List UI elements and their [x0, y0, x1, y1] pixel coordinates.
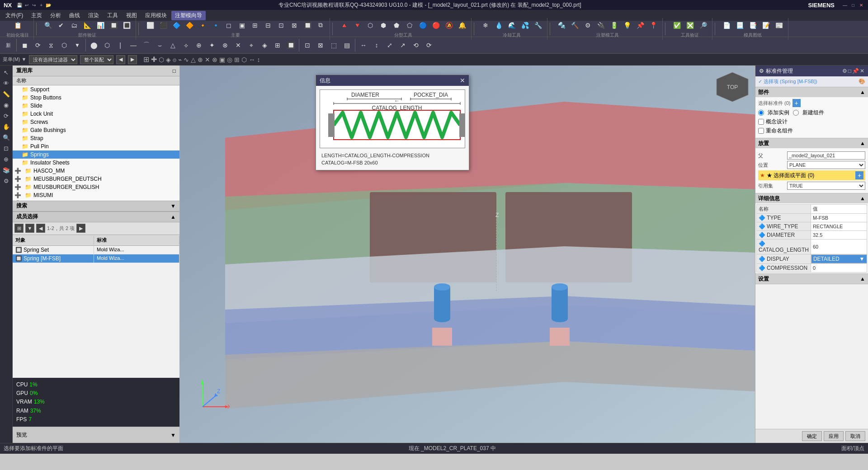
part1-btn[interactable]: 🔺 [338, 19, 350, 32]
verify2-btn[interactable]: ✔ [55, 19, 67, 32]
part6-btn[interactable]: ⬠ [403, 19, 416, 32]
part9-btn[interactable]: 🔕 [443, 19, 455, 32]
tb2-b2[interactable]: ⟳ [32, 39, 44, 52]
prop-val-wire[interactable]: RECTANGLE [811, 222, 867, 231]
cool5-btn[interactable]: 🔧 [532, 19, 544, 32]
tb2-b3[interactable]: ⧖ [45, 39, 57, 52]
prop-val-catlen[interactable]: 60 [811, 240, 867, 254]
member-filter-btn[interactable]: ▼ [25, 224, 34, 233]
open-btn[interactable]: 📂 [45, 2, 52, 8]
select-face-btn[interactable]: + [855, 171, 863, 179]
tb2-b24[interactable]: ⬚ [327, 39, 340, 52]
tb2-b9[interactable]: — [127, 39, 140, 52]
tb2-b26[interactable]: ↔ [357, 39, 370, 52]
mold1-btn[interactable]: 🔩 [555, 19, 568, 32]
draw2-btn[interactable]: 📃 [733, 19, 746, 32]
main6-btn[interactable]: 🔹 [209, 19, 222, 32]
main9-btn[interactable]: ⊞ [249, 19, 261, 32]
apply-btn[interactable]: 应用 [824, 431, 844, 441]
tree-screws[interactable]: 📁 Screws [13, 118, 179, 126]
concept-checkbox[interactable] [758, 119, 764, 125]
tool-pan[interactable]: ✋ [1, 122, 11, 132]
settings-section-header[interactable]: 设置 ▲ [755, 274, 868, 284]
tb2-b1[interactable]: ◼ [19, 39, 31, 52]
part10-btn[interactable]: 🔔 [456, 19, 468, 32]
new-project-btn[interactable]: 📋 [11, 19, 24, 32]
tb2-b15[interactable]: ✦ [206, 39, 218, 52]
verify6-btn[interactable]: 🔲 [107, 19, 120, 32]
assembly-select[interactable]: 整个装配 [80, 55, 113, 64]
cool3-btn[interactable]: 🌊 [505, 19, 518, 32]
main10-btn[interactable]: ⊟ [262, 19, 274, 32]
main12-btn[interactable]: ⊠ [288, 19, 301, 32]
tb2-b19[interactable]: ◈ [258, 39, 271, 52]
tb2-b16[interactable]: ⊗ [219, 39, 231, 52]
tool-settings[interactable]: ⚙ [1, 176, 11, 186]
prop-val-display[interactable]: DETAILED ▼ [811, 254, 867, 263]
radio-new-comp-input[interactable] [793, 110, 799, 116]
verify3-btn[interactable]: 🗂 [68, 19, 80, 32]
main7-btn[interactable]: ◻ [222, 19, 235, 32]
part5-btn[interactable]: ⬟ [390, 19, 403, 32]
confirm-btn[interactable]: 确定 [802, 431, 822, 441]
tree-insulator[interactable]: 📁 Insulator Sheets [13, 159, 179, 167]
mold2-btn[interactable]: 🔨 [568, 19, 581, 32]
right-panel-pin-btn[interactable]: 📌 [852, 68, 859, 74]
add-part-btn[interactable]: + [793, 99, 801, 107]
parent-input[interactable] [787, 151, 865, 160]
tree-hasco[interactable]: ➕ 📁 HASCO_MM [13, 167, 179, 175]
save-btn[interactable]: 💾 [16, 2, 23, 8]
cool1-btn[interactable]: ❄ [479, 19, 492, 32]
minimize-btn[interactable]: — [842, 2, 848, 8]
tb2-b12[interactable]: △ [166, 39, 179, 52]
preview-collapse-icon[interactable]: ▼ [170, 432, 176, 438]
main5-btn[interactable]: 🔸 [196, 19, 209, 32]
tb2-b17[interactable]: ✕ [232, 39, 245, 52]
tree-slide[interactable]: 📁 Slide [13, 102, 179, 110]
tree-lock-unit[interactable]: 📁 Lock Unit [13, 110, 179, 118]
main14-btn[interactable]: ⧉ [314, 19, 327, 32]
tv2-btn[interactable]: ❎ [684, 19, 696, 32]
tb2-b27[interactable]: ↕ [370, 39, 383, 52]
draw1-btn[interactable]: 📄 [720, 19, 733, 32]
right-panel-close-btn[interactable]: ✕ [860, 68, 864, 74]
member-next-btn[interactable]: ▶ [76, 224, 85, 233]
mold6-btn[interactable]: 💡 [621, 19, 633, 32]
cool4-btn[interactable]: 💦 [519, 19, 531, 32]
panel-collapse-btn[interactable]: □ [173, 68, 176, 74]
placement-section-header[interactable]: 放置 ▲ [755, 138, 868, 148]
tb2-b4[interactable]: ⬡ [58, 39, 71, 52]
main8-btn[interactable]: ▣ [236, 19, 248, 32]
draw4-btn[interactable]: 📝 [760, 19, 772, 32]
main3-btn[interactable]: 🔷 [170, 19, 183, 32]
right-panel-expand-btn[interactable]: □ [848, 68, 851, 74]
tb2-b8[interactable]: | [114, 39, 127, 52]
close-btn[interactable]: ✕ [858, 2, 864, 8]
tb2-b14[interactable]: ⊕ [193, 39, 205, 52]
member-row-1[interactable]: 🔲 Spring [M-FSB] Mold Wiza... [13, 254, 179, 263]
3d-viewport[interactable]: Z X Y Z TOP 信息 ✕ [180, 66, 755, 443]
tb2-b13[interactable]: ⟡ [179, 39, 192, 52]
verify4-btn[interactable]: 📐 [81, 19, 94, 32]
cmd-next-btn[interactable]: ▶ [128, 55, 137, 64]
tree-meusburger-de[interactable]: ➕ 📁 MEUSBURGER_DEUTSCH [13, 175, 179, 183]
tree-misumi[interactable]: ➕ 📁 MISUMI [13, 191, 179, 199]
main13-btn[interactable]: 🔲 [301, 19, 314, 32]
cool2-btn[interactable]: 💧 [492, 19, 505, 32]
tb2-b6[interactable]: ⬤ [88, 39, 100, 52]
tb2-b30[interactable]: ⟲ [410, 39, 422, 52]
tool-snap[interactable]: ⊕ [1, 154, 11, 164]
redo-btn[interactable]: ↪ [31, 2, 37, 8]
tb2-b5[interactable]: ▼ [71, 39, 84, 52]
main11-btn[interactable]: ⊡ [275, 19, 288, 32]
search-section-header[interactable]: 搜索 ▼ [13, 201, 179, 212]
draw3-btn[interactable]: 📑 [746, 19, 759, 32]
tree-springs[interactable]: 📁 Springs [13, 150, 179, 159]
tool-layer[interactable]: 📚 [1, 165, 11, 175]
tb2-b31[interactable]: ⟳ [423, 39, 435, 52]
tb2-b7[interactable]: ⬡ [101, 39, 113, 52]
tb2-b25[interactable]: ▤ [340, 39, 353, 52]
prop-val-type[interactable]: M-FSB [811, 214, 867, 222]
radio-add-instance-input[interactable] [758, 110, 764, 116]
prop-val-diameter[interactable]: 32.5 [811, 231, 867, 240]
